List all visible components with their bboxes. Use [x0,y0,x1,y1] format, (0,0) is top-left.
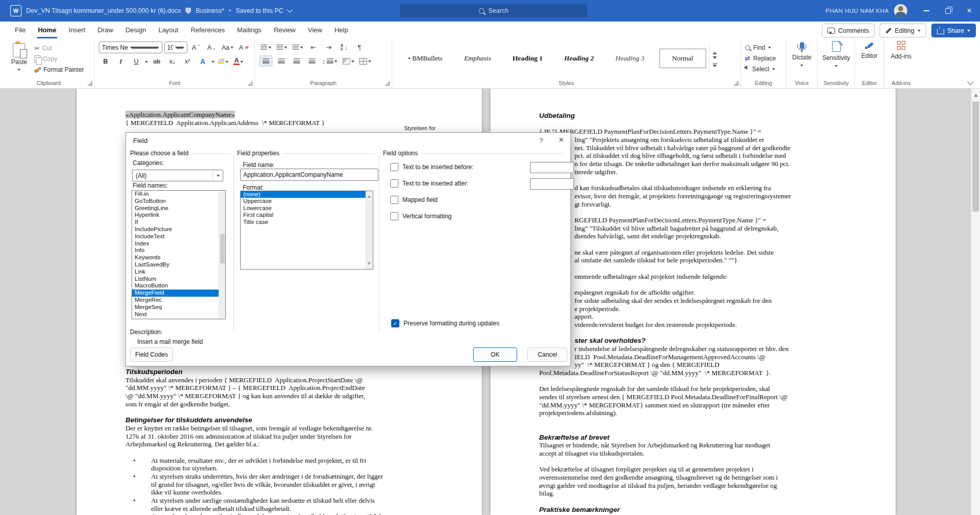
field-name-option-keywords[interactable]: Keywords [132,254,219,261]
restore-button[interactable] [937,0,958,22]
shading-button[interactable] [341,55,356,67]
grow-font-button[interactable]: A˄ [189,42,203,53]
text-effects-button[interactable]: A [196,56,209,67]
format-option-lowercase[interactable]: Lowercase [241,205,366,212]
sensitivity-button[interactable]: Sensitivity [818,38,855,78]
ribbon-tab-view[interactable]: View [302,22,328,38]
field-name-input[interactable]: Application.ApplicantCompanyName [240,169,378,181]
italic-button[interactable]: I [114,56,127,67]
listbox-scrollbar[interactable] [366,191,373,269]
comments-button[interactable]: Comments [822,24,875,37]
copy-button[interactable]: Copy [34,54,84,64]
dialog-close-button[interactable]: × [556,135,566,145]
scroll-down-arrow[interactable] [368,262,371,266]
styles-dialog-launcher[interactable] [734,81,738,86]
scrollbar-thumb[interactable] [220,234,225,263]
change-case-button[interactable]: Aa [220,42,235,53]
ribbon-tab-home[interactable]: Home [32,22,62,38]
bold-button[interactable]: B [99,56,112,67]
font-name-select[interactable]: Times New Roman [99,42,162,53]
underline-button[interactable]: U [130,56,143,67]
field-name-option-greetingline[interactable]: GreetingLine [132,205,219,212]
gallery-more-button[interactable] [713,63,717,67]
preserve-formatting-checkbox[interactable] [391,319,399,327]
field-name-option-includepicture[interactable]: IncludePicture [132,226,219,233]
clipboard-dialog-launcher[interactable] [88,81,92,86]
ribbon-tab-draw[interactable]: Draw [92,22,119,38]
chevron-down-icon[interactable] [211,61,215,65]
vertical-formatting-checkbox[interactable] [390,212,398,220]
scroll-up-arrow[interactable] [368,194,371,198]
field-name-option-next[interactable]: Next [132,311,219,318]
gallery-up-button[interactable] [713,50,717,54]
clear-formatting-button[interactable]: A [237,42,250,53]
share-button[interactable]: Share [931,24,976,37]
font-dialog-launcher[interactable] [248,81,252,86]
sort-button[interactable]: AZ↓ [337,42,351,53]
ribbon-tab-file[interactable]: File [9,22,32,38]
borders-button[interactable] [358,55,373,67]
justify-button[interactable] [305,55,318,67]
bullets-button[interactable] [259,42,273,53]
scrollbar-thumb[interactable] [972,101,979,212]
chevron-down-icon[interactable] [287,7,293,12]
font-color-button[interactable]: A [232,56,245,67]
multilevel-list-button[interactable] [291,42,305,53]
word-app-icon[interactable]: W [10,5,22,16]
dialog-help-button[interactable]: ? [537,137,546,145]
replace-button[interactable]: ⇄Replace [745,53,782,63]
superscript-button[interactable]: x² [181,56,194,67]
addins-button[interactable]: Add-ins [884,38,918,78]
field-name-option-lastsavedby[interactable]: LastSavedBy [132,261,219,269]
editing-mode-button[interactable]: Editing [880,24,926,37]
field-name-option-fill-in[interactable]: Fill-in [132,191,219,198]
scroll-up-arrow[interactable] [974,92,978,97]
format-option--none-[interactable]: (none) [241,191,366,198]
format-option-title-case[interactable]: Title case [241,219,366,225]
avatar[interactable] [894,4,907,17]
align-center-button[interactable] [274,55,288,67]
find-button[interactable]: Find [745,43,782,52]
field-name-option-gotobutton[interactable]: GoToButton [132,198,219,205]
ribbon-tab-mailings[interactable]: Mailings [231,22,268,38]
style-item-normal[interactable]: Normal [659,49,706,68]
text-after-checkbox[interactable] [390,179,398,188]
field-name-option-link[interactable]: Link [132,269,219,276]
dictate-button[interactable]: Dictate [786,38,817,78]
categories-select[interactable]: (All) [132,170,223,181]
align-left-button[interactable] [259,55,272,67]
search-box[interactable]: Search [400,4,587,17]
show-formatting-marks-button[interactable]: ¶ [353,42,366,53]
style-item-bmbullets[interactable]: BMBullets [397,54,453,63]
format-option-first-capital[interactable]: First capital [241,212,366,218]
subscript-button[interactable]: x₂ [165,56,179,67]
style-item-emphasis[interactable]: Emphasis [453,54,502,63]
field-name-option-mergerec[interactable]: MergeRec [132,297,219,304]
text-before-checkbox[interactable] [390,163,398,171]
close-button[interactable]: × [958,0,980,22]
field-codes-button[interactable]: Field Codes [130,347,173,362]
editor-button[interactable]: Editor [855,38,884,78]
collapse-ribbon-chevron[interactable] [967,78,974,85]
cancel-button[interactable]: Cancel [527,347,567,362]
font-size-select[interactable]: 10 [164,42,187,53]
field-name-option-macrobutton[interactable]: MacroButton [132,282,219,290]
text-after-input[interactable] [530,178,574,190]
ribbon-tab-design[interactable]: Design [119,22,152,38]
style-item-heading-1[interactable]: Heading 1 [502,54,553,63]
style-item-heading-2[interactable]: Heading 2 [553,54,605,63]
field-name-option-info[interactable]: Info [132,247,219,254]
chevron-down-icon[interactable] [145,61,148,65]
save-status[interactable]: Saved to this PC [236,7,283,14]
field-name-option-mergeseq[interactable]: MergeSeq [132,304,219,311]
align-right-button[interactable] [290,55,303,67]
ribbon-tab-references[interactable]: References [184,22,230,38]
ribbon-tab-insert[interactable]: Insert [62,22,92,38]
highlight-color-button[interactable] [217,56,230,67]
format-painter-button[interactable]: Format Painter [34,65,84,74]
decrease-indent-button[interactable]: ⇤ [307,42,320,53]
listbox-scrollbar[interactable] [219,191,225,319]
line-spacing-button[interactable]: ↕ [321,55,339,67]
ribbon-tab-layout[interactable]: Layout [152,22,184,38]
shrink-font-button[interactable]: A˅ [205,42,218,53]
